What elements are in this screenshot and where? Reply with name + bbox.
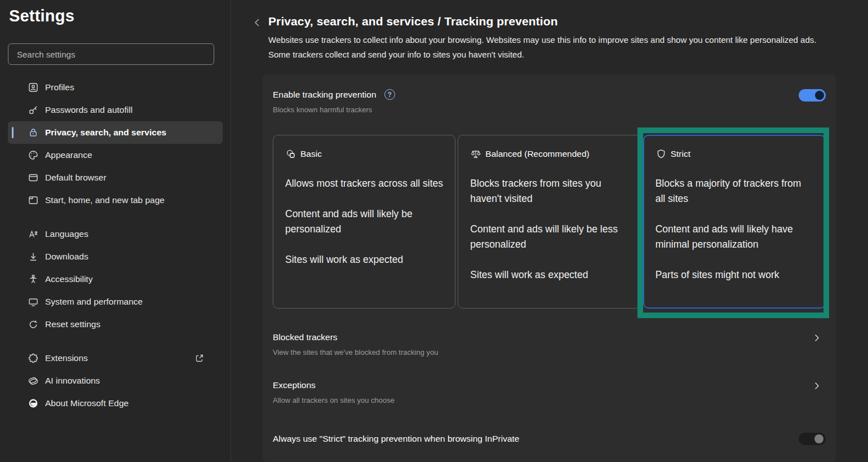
sidebar-item-label: About Microsoft Edge [45, 398, 129, 408]
exceptions-label: Exceptions [273, 380, 803, 390]
exceptions-row[interactable]: Exceptions Allow all trackers on sites y… [273, 380, 826, 404]
enable-tracking-text: Enable tracking prevention ? Blocks know… [273, 89, 395, 114]
sidebar-item-appearance[interactable]: Appearance [8, 144, 223, 166]
strict-line: Content and ads will likely have minimal… [656, 222, 813, 252]
basic-card[interactable]: Basic Allows most trackers across all si… [273, 135, 455, 309]
blocked-trackers-row[interactable]: Blocked trackers View the sites that we'… [273, 332, 826, 357]
sidebar-item-reset[interactable]: Reset settings [8, 313, 223, 336]
sidebar-item-label: Accessibility [45, 274, 92, 284]
sidebar-item-label: Start, home, and new tab page [45, 195, 165, 205]
help-icon[interactable]: ? [384, 89, 395, 100]
blocked-trackers-label: Blocked trackers [273, 332, 803, 342]
breadcrumb-title: Privacy, search, and services / Tracking… [268, 15, 558, 28]
strict-line: Parts of sites might not work [656, 267, 813, 283]
download-icon [27, 250, 39, 263]
edge-settings-window: Settings Profiles Passwords and autofill [0, 0, 868, 462]
browser-window-icon [27, 171, 39, 184]
sidebar-item-extensions[interactable]: Extensions [8, 347, 223, 369]
inprivate-strict-label: Always use "Strict" tracking prevention … [273, 434, 519, 444]
strict-shield-icon [656, 148, 667, 160]
sidebar-item-label: AI innovations [45, 376, 100, 386]
sidebar-item-system[interactable]: System and performance [8, 291, 223, 313]
page-description: Websites use trackers to collect info ab… [268, 33, 832, 62]
palette-icon [27, 149, 39, 161]
edge-logo-icon [27, 397, 39, 410]
toggle-knob [814, 434, 823, 443]
basic-icon [285, 148, 296, 160]
translate-icon [27, 228, 39, 240]
basic-line: Content and ads will likely be personali… [285, 206, 443, 237]
sidebar-nav: Profiles Passwords and autofill Privacy,… [8, 76, 223, 415]
reset-icon [27, 318, 39, 331]
balanced-card-title: Balanced (Recommended) [485, 149, 589, 159]
strict-card-title: Strict [671, 149, 690, 159]
enable-tracking-toggle[interactable] [799, 89, 826, 102]
enable-tracking-sublabel: Blocks known harmful trackers [273, 105, 395, 114]
sidebar-item-downloads[interactable]: Downloads [8, 245, 223, 268]
sidebar-item-about[interactable]: About Microsoft Edge [8, 392, 223, 415]
extensions-icon [27, 352, 39, 364]
accessibility-icon [27, 273, 39, 285]
basic-line: Allows most trackers across all sites [285, 176, 443, 191]
basic-line: Sites will work as expected [285, 252, 443, 267]
basic-card-title: Basic [300, 149, 322, 159]
sidebar-item-label: Privacy, search, and services [45, 127, 166, 138]
sidebar-item-default-browser[interactable]: Default browser [8, 166, 223, 189]
settings-title: Settings [8, 7, 223, 25]
inprivate-strict-toggle[interactable] [799, 433, 826, 445]
enable-tracking-row: Enable tracking prevention ? Blocks know… [273, 89, 826, 114]
toggle-knob [815, 91, 824, 100]
settings-main: Privacy, search, and services / Tracking… [231, 0, 868, 462]
sidebar-item-languages[interactable]: Languages [8, 223, 223, 245]
selection-accent-bar [12, 127, 14, 138]
balanced-card[interactable]: Balanced (Recommended) Blocks trackers f… [458, 135, 640, 309]
sidebar-item-label: Appearance [45, 150, 92, 160]
balanced-line: Blocks trackers from sites you haven't v… [470, 176, 628, 206]
copilot-icon [27, 375, 39, 387]
tab-page-icon [27, 194, 39, 206]
balanced-scales-icon [470, 148, 481, 160]
blocked-trackers-sublabel: View the sites that we've blocked from t… [273, 348, 803, 357]
chevron-right-icon [812, 381, 821, 390]
external-link-icon [194, 353, 205, 363]
sidebar-item-privacy[interactable]: Privacy, search, and services [8, 121, 223, 144]
sidebar-item-label: Downloads [45, 252, 88, 262]
sidebar-item-label: Reset settings [45, 319, 100, 329]
key-icon [27, 104, 39, 116]
sidebar-item-ai-innovations[interactable]: AI innovations [8, 369, 223, 392]
inprivate-strict-row: Always use "Strict" tracking prevention … [273, 433, 826, 447]
sidebar-item-passwords[interactable]: Passwords and autofill [8, 99, 223, 121]
sidebar-item-profiles[interactable]: Profiles [8, 76, 223, 99]
tracking-prevention-panel: Enable tracking prevention ? Blocks know… [263, 74, 836, 462]
sidebar-item-label: Languages [45, 229, 88, 239]
exceptions-sublabel: Allow all trackers on sites you choose [273, 396, 803, 404]
sidebar-item-label: Default browser [45, 173, 107, 183]
search-settings-input[interactable] [8, 43, 214, 65]
balanced-line: Sites will work as expected [470, 267, 628, 283]
profiles-icon [27, 81, 39, 94]
chevron-right-icon [812, 333, 821, 342]
sidebar-item-accessibility[interactable]: Accessibility [8, 268, 223, 291]
enable-tracking-label: Enable tracking prevention [273, 90, 377, 100]
sidebar-item-label: Extensions [45, 353, 88, 363]
balanced-line: Content and ads will likely be less pers… [470, 222, 628, 252]
sidebar-item-label: Passwords and autofill [45, 105, 132, 115]
strict-line: Blocks a majority of trackers from all s… [656, 176, 813, 206]
sidebar-item-label: System and performance [45, 297, 143, 307]
sidebar-item-label: Profiles [45, 82, 74, 93]
lock-icon [27, 126, 39, 139]
search-settings [8, 43, 223, 65]
back-button[interactable] [253, 16, 262, 29]
sidebar-item-start-home[interactable]: Start, home, and new tab page [8, 189, 223, 212]
tracking-level-cards: Basic Allows most trackers across all si… [273, 135, 826, 309]
strict-card[interactable]: Strict Blocks a majority of trackers fro… [643, 135, 826, 309]
settings-sidebar: Settings Profiles Passwords and autofill [0, 0, 231, 462]
monitor-icon [27, 296, 39, 308]
